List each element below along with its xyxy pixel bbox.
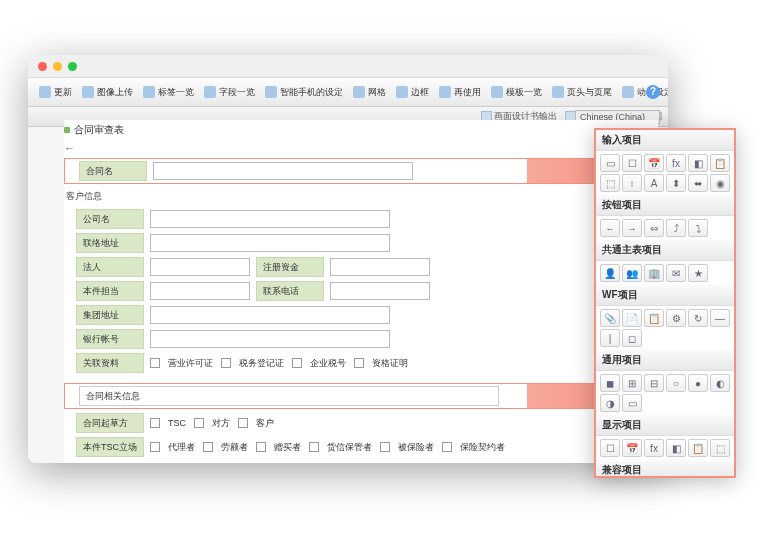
highlighted-field-row[interactable]: 合同名 ◀◀ [64, 158, 658, 184]
toolbar-icon [353, 86, 365, 98]
palette-item[interactable]: 📋 [644, 309, 664, 327]
field-label: 本件TSC立场 [76, 437, 144, 457]
toolbar-item[interactable]: 网格 [348, 78, 391, 106]
palette-grid: 📎📄📋⚙↻—|◻ [596, 306, 734, 350]
toolbar-item[interactable]: 图像上传 [77, 78, 138, 106]
palette-item[interactable]: ↕ [622, 174, 642, 192]
palette-item[interactable]: ⇔ [644, 219, 664, 237]
toolbar-item[interactable]: 页头与页尾 [547, 78, 617, 106]
checkbox-label: 客户 [256, 417, 274, 430]
palette-item[interactable]: ○ [666, 374, 686, 392]
palette-item[interactable]: 👥 [622, 264, 642, 282]
palette-item[interactable]: ★ [688, 264, 708, 282]
palette-item[interactable]: 📋 [710, 154, 730, 172]
toolbar-item[interactable]: 字段一览 [199, 78, 260, 106]
checkbox-label: 赠买者 [274, 441, 301, 454]
form-row: 本件担当联系电话 [64, 279, 658, 303]
palette-item[interactable]: ⬚ [600, 174, 620, 192]
related-info-title: 合同相关信息 [79, 386, 499, 406]
contract-name-input[interactable] [153, 162, 413, 180]
palette-item[interactable]: ⚙ [666, 309, 686, 327]
section-indicator-icon [64, 127, 70, 133]
toolbar-item[interactable]: 智能手机的设定 [260, 78, 348, 106]
toolbar-icon [396, 86, 408, 98]
palette-item[interactable]: ⊞ [622, 374, 642, 392]
palette-item[interactable]: ◐ [710, 374, 730, 392]
help-icon[interactable]: ? [646, 85, 660, 99]
checkbox[interactable] [309, 442, 319, 452]
palette-item[interactable]: 🏢 [644, 264, 664, 282]
checkbox[interactable] [256, 442, 266, 452]
palette-item[interactable]: ◉ [710, 174, 730, 192]
text-input[interactable] [150, 234, 390, 252]
toolbar-item[interactable]: 更新 [34, 78, 77, 106]
palette-item[interactable]: — [710, 309, 730, 327]
checkbox[interactable] [150, 442, 160, 452]
main-toolbar: 更新图像上传标签一览字段一览智能手机的设定网格边框再使用模板一览页头与页尾动作设… [28, 77, 668, 107]
palette-item[interactable]: ⬚ [710, 439, 730, 457]
checkbox[interactable] [442, 442, 452, 452]
palette-item[interactable]: ⤵ [688, 219, 708, 237]
palette-item[interactable]: ◑ [600, 394, 620, 412]
palette-item[interactable]: ⬌ [688, 174, 708, 192]
checkbox[interactable] [194, 418, 204, 428]
palette-item[interactable]: ◧ [666, 439, 686, 457]
text-input[interactable] [150, 306, 390, 324]
field-label: 合同起草方 [76, 413, 144, 433]
palette-item[interactable]: ▭ [600, 154, 620, 172]
palette-item[interactable]: ⬍ [666, 174, 686, 192]
palette-item[interactable]: ⤴ [666, 219, 686, 237]
palette-item[interactable]: ◼ [600, 374, 620, 392]
palette-item[interactable]: 👤 [600, 264, 620, 282]
checkbox[interactable] [238, 418, 248, 428]
palette-item[interactable]: 📋 [688, 439, 708, 457]
palette-item[interactable]: 📄 [622, 309, 642, 327]
toolbar-item[interactable]: 标签一览 [138, 78, 199, 106]
palette-item[interactable]: fx [644, 439, 664, 457]
palette-item[interactable]: ☐ [622, 154, 642, 172]
checkbox[interactable] [380, 442, 390, 452]
palette-item[interactable]: 📅 [622, 439, 642, 457]
text-input[interactable] [150, 330, 390, 348]
toolbar-item[interactable]: 动作设定 [617, 78, 668, 106]
maximize-dot[interactable] [68, 62, 77, 71]
palette-item[interactable]: ☐ [600, 439, 620, 457]
checkbox[interactable] [150, 358, 160, 368]
checkbox[interactable] [354, 358, 364, 368]
palette-item[interactable]: | [600, 329, 620, 347]
palette-item[interactable]: ◻ [622, 329, 642, 347]
checkbox[interactable] [203, 442, 213, 452]
palette-item[interactable]: → [622, 219, 642, 237]
toolbar-item[interactable]: 模板一览 [486, 78, 547, 106]
close-dot[interactable] [38, 62, 47, 71]
text-input[interactable] [330, 282, 430, 300]
checkbox-label: 营业许可证 [168, 357, 213, 370]
toolbar-item[interactable]: 边框 [391, 78, 434, 106]
back-button[interactable]: ← [64, 140, 658, 156]
palette-item[interactable]: fx [666, 154, 686, 172]
palette-item[interactable]: ◧ [688, 154, 708, 172]
text-input[interactable] [150, 210, 390, 228]
checkbox[interactable] [221, 358, 231, 368]
palette-item[interactable]: ● [688, 374, 708, 392]
checkbox-label: 被保险者 [398, 441, 434, 454]
toolbar-item[interactable]: 再使用 [434, 78, 486, 106]
form-row: 关联资料营业许可证税务登记证企业税号资格证明 [64, 351, 658, 375]
palette-item[interactable]: ⊟ [644, 374, 664, 392]
palette-item[interactable]: ▭ [622, 394, 642, 412]
field-label: 联系电话 [256, 281, 324, 301]
field-label: 银行帐号 [76, 329, 144, 349]
text-input[interactable] [150, 258, 250, 276]
palette-item[interactable]: ← [600, 219, 620, 237]
palette-item[interactable]: A [644, 174, 664, 192]
palette-item[interactable]: 📅 [644, 154, 664, 172]
palette-item[interactable]: ✉ [666, 264, 686, 282]
palette-item[interactable]: 📎 [600, 309, 620, 327]
highlighted-section-row[interactable]: 合同相关信息 ◀◀ [64, 383, 658, 409]
minimize-dot[interactable] [53, 62, 62, 71]
checkbox[interactable] [292, 358, 302, 368]
palette-item[interactable]: ↻ [688, 309, 708, 327]
text-input[interactable] [150, 282, 250, 300]
text-input[interactable] [330, 258, 430, 276]
checkbox[interactable] [150, 418, 160, 428]
